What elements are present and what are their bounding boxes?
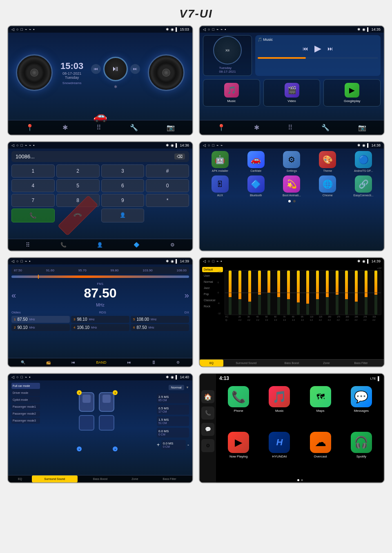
nav-settings-s3[interactable]: ⚙ xyxy=(170,242,175,248)
mode-driver[interactable]: Driver mode xyxy=(11,390,40,396)
eq-tab-bass-boost[interactable]: Bass Boost xyxy=(269,360,315,366)
back-icon-s2[interactable]: ◁ xyxy=(203,27,206,31)
home-s3[interactable]: ○ xyxy=(16,143,18,147)
app-chrome[interactable]: 🌐 Chrome xyxy=(311,175,344,197)
nav-set-radio[interactable]: ⚙ xyxy=(176,360,180,364)
nav-apps-s2[interactable]: ⠿ xyxy=(288,124,293,131)
cp-app-phone[interactable]: 📞 Phone xyxy=(219,386,258,429)
preset-5[interactable]: 5 108.00 MHz xyxy=(131,316,189,323)
recents-icon-s2[interactable]: □ xyxy=(212,27,214,31)
delete-btn[interactable]: ⌫ xyxy=(174,153,185,160)
back-icon[interactable]: ◁ xyxy=(11,27,14,31)
cp-app-spotify[interactable]: 🎧 Spotify xyxy=(342,432,381,475)
rec-s6[interactable]: □ xyxy=(212,259,214,263)
key-7[interactable]: 7 xyxy=(11,194,55,207)
mw-next[interactable]: ⏭ xyxy=(327,45,333,52)
back-s7[interactable]: ◁ xyxy=(11,375,14,379)
nav-contacts[interactable]: 👤 xyxy=(97,242,103,248)
rec-s5[interactable]: □ xyxy=(20,259,22,263)
nav-set-s2[interactable]: 🔧 xyxy=(321,124,330,131)
cp-app-maps[interactable]: 🗺 Maps xyxy=(301,386,340,429)
s7-tab-bass-boost[interactable]: Bass Boost xyxy=(78,475,123,482)
cp-phone-side-icon[interactable]: 📞 xyxy=(201,406,214,420)
cp-app-music[interactable]: 🎵 Music xyxy=(260,386,298,429)
nav-search[interactable]: 🔍 xyxy=(21,360,25,364)
s7-tab-eq[interactable]: EQ xyxy=(8,475,32,482)
back-s6[interactable]: ◁ xyxy=(203,259,206,263)
preset-4[interactable]: 4 106.10 MHz xyxy=(71,324,129,331)
cp-app-overcast[interactable]: ☁ Overcast xyxy=(301,432,340,475)
nav-scan[interactable]: 📻 xyxy=(46,360,51,364)
nav-loc-s2[interactable]: 📍 xyxy=(217,124,225,131)
key-5[interactable]: 5 xyxy=(56,179,100,192)
mode-fullcar[interactable]: Full car mode xyxy=(11,383,40,389)
call-btn[interactable]: 📞 xyxy=(11,209,55,222)
app-apk[interactable]: 🤖 APK installer xyxy=(204,151,236,172)
eq-tab-surround[interactable]: Surround Sound xyxy=(223,360,269,366)
nav-settings-icon[interactable]: 🔧 xyxy=(130,124,138,131)
nav-camera-icon[interactable]: 📷 xyxy=(167,124,175,131)
key-3[interactable]: 3 xyxy=(101,164,145,178)
music-app-btn[interactable]: 🎵 Music xyxy=(203,79,260,107)
key-2[interactable]: 2 xyxy=(56,164,100,178)
nav-bt-call[interactable]: 🔷 xyxy=(134,242,140,248)
home-s7[interactable]: ○ xyxy=(16,375,18,379)
back-s3[interactable]: ◁ xyxy=(11,143,14,147)
key-6[interactable]: 6 xyxy=(101,179,145,192)
key-0[interactable]: 0 xyxy=(146,179,189,192)
nav-next[interactable]: ⏭ xyxy=(127,360,131,364)
nav-dialpad[interactable]: ⠿ xyxy=(26,242,30,248)
app-android[interactable]: 🔵 AndroiTS GP... xyxy=(347,151,380,172)
eq-tab-zone[interactable]: Zone xyxy=(314,360,338,366)
nav-band[interactable]: BAND xyxy=(96,360,106,364)
rec-s7[interactable]: □ xyxy=(20,375,22,379)
back-s5[interactable]: ◁ xyxy=(11,259,14,263)
preset-1[interactable]: 1 87.50 MHz xyxy=(11,316,70,323)
mode-cpilot[interactable]: Cpilot mode xyxy=(11,397,40,403)
google-app-btn[interactable]: ▶ Googleplay xyxy=(323,79,381,107)
play-pause-btn[interactable]: ⏯ xyxy=(103,57,128,81)
recents-icon[interactable]: □ xyxy=(20,27,22,31)
s7-tab-surround[interactable]: Surround Sound xyxy=(32,475,78,482)
key-1[interactable]: 1 xyxy=(11,164,55,178)
prev-btn[interactable]: ⏮ xyxy=(91,64,101,74)
nav-phone[interactable]: 📞 xyxy=(60,242,67,248)
app-carmate[interactable]: 🚗 CarMate xyxy=(240,151,272,172)
preset-6[interactable]: 6 87.50 MHz xyxy=(131,324,189,331)
key-star[interactable]: * xyxy=(146,194,189,207)
eq-tab-eq[interactable]: EQ xyxy=(200,360,223,366)
key-4[interactable]: 4 xyxy=(11,179,55,192)
nav-cam-s2[interactable]: 📷 xyxy=(358,124,366,131)
app-boot[interactable]: 💫 Boot Animati... xyxy=(276,175,308,197)
preset-3[interactable]: 3 98.10 MHz xyxy=(71,316,129,323)
video-app-btn[interactable]: 🎬 Video xyxy=(263,79,321,107)
skip-back-btn[interactable]: « xyxy=(11,291,16,300)
param-plus[interactable]: + xyxy=(157,442,160,448)
app-easy[interactable]: 🔗 EasyConnecti... xyxy=(347,175,380,197)
s7-tab-zone[interactable]: Zone xyxy=(123,475,147,482)
app-aux[interactable]: 🎚 AUX xyxy=(204,175,236,197)
key-hash[interactable]: # xyxy=(146,164,189,178)
cp-app-nowplaying[interactable]: ▶ Now Playing xyxy=(219,432,258,475)
cp-app-messages[interactable]: 💬 Messages xyxy=(342,386,381,429)
home-icon[interactable]: ○ xyxy=(16,27,18,31)
rec-s4[interactable]: □ xyxy=(212,143,214,147)
mode-pass1[interactable]: Passenger mode1 xyxy=(11,404,40,410)
nav-location-icon[interactable]: 📍 xyxy=(26,124,34,131)
contacts-btn[interactable]: 👤 xyxy=(101,209,145,222)
s7-tab-filter[interactable]: Bass Filter xyxy=(147,475,192,482)
nav-eq-radio[interactable]: 🎛 xyxy=(152,360,156,364)
eq-tab-bass-filter[interactable]: Bass Filter xyxy=(338,360,384,366)
preset-2[interactable]: 2 90.10 MHz xyxy=(11,324,70,331)
cp-messages-side-icon[interactable]: 💬 xyxy=(201,423,214,436)
app-bluetooth[interactable]: 🔷 Bluetooth xyxy=(240,175,272,197)
app-theme[interactable]: 🎨 Theme xyxy=(311,151,344,172)
key-9[interactable]: 9 xyxy=(101,194,145,207)
home-s4[interactable]: ○ xyxy=(208,143,210,147)
nav-bt-s2[interactable]: ✱ xyxy=(254,124,259,131)
mode-pass3[interactable]: Passenger mode3 xyxy=(11,418,40,424)
home-icon-s2[interactable]: ○ xyxy=(208,27,210,31)
cp-settings-side-icon[interactable]: ⚙ xyxy=(201,439,214,452)
skip-fwd-btn[interactable]: » xyxy=(185,291,189,300)
cp-app-hyundai[interactable]: H HYUNDAI xyxy=(260,432,298,475)
